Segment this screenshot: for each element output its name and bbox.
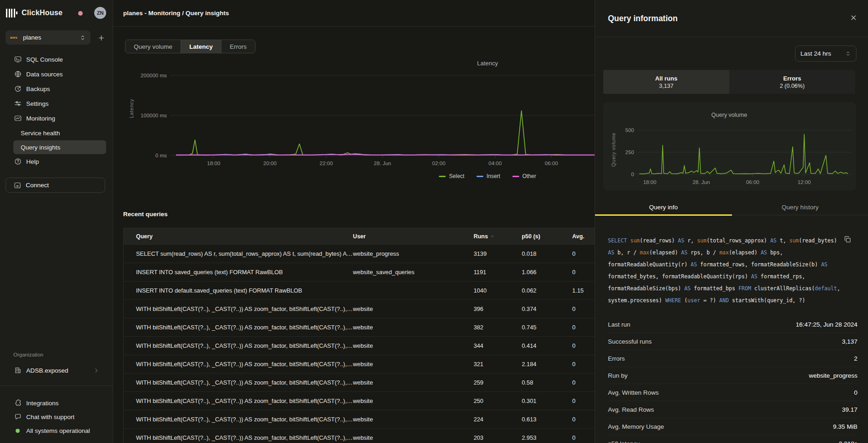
legend-item-other[interactable]: Other [512,173,536,179]
svg-text:20:00: 20:00 [263,161,277,166]
stat-row-errors: Errors2 [608,350,857,367]
organization-name: ADSB.exposed [26,367,68,374]
segment-errors[interactable]: Errors2 (0.06%) [729,70,855,94]
sidebar-item-label: Help [26,158,39,165]
stat-label: Successful runs [608,338,652,345]
sidebar-item-backups[interactable]: Backups [0,81,113,96]
monitoring-icon [14,115,22,122]
connect-button[interactable]: Connect [6,178,105,193]
table-row[interactable]: WITH bitShiftLeft(CAST(?..), _CAST(?..))… [124,318,595,336]
sidebar-footer-integrations[interactable]: Integrations [0,396,113,410]
main-content: planes - Monitoring / Query insights Que… [113,0,595,443]
organization-row[interactable]: ADSB.exposed [0,363,113,377]
query-cell: WITH bitShiftLeft(CAST(?..), _CAST(?..))… [124,305,353,312]
sidebar-footer-chat-with-support[interactable]: Chat with support [0,410,113,424]
segment-value: 3,137 [659,83,673,89]
panel-title: Query information [608,14,678,23]
column-header-query: Query [124,233,353,240]
tab-latency[interactable]: Latency [181,40,221,53]
table-header-row: QueryUserRunsp50 (s)Avg. [124,228,595,244]
svg-text:500: 500 [625,127,634,133]
sidebar-item-help[interactable]: Help [0,154,113,169]
table-row[interactable]: WITH bitShiftLeft(CAST(?..), _CAST(?..))… [124,391,595,410]
table-row[interactable]: SELECT sum(read_rows) AS r, sum(total_ro… [124,244,595,263]
p50-cell: 2.184 [522,361,572,368]
tab-query-info[interactable]: Query info [595,199,732,215]
sidebar-nav: SQL ConsoleData sourcesBackupsSettingsMo… [0,52,113,169]
chat-icon [14,413,22,420]
svg-text:02:00: 02:00 [432,161,446,166]
query-cell: SELECT sum(read_rows) AS r, sum(total_ro… [124,250,353,257]
sidebar-item-label: SQL Console [26,56,63,63]
sidebar-item-data-sources[interactable]: Data sources [0,67,113,81]
user-cell: website [353,397,474,404]
column-header-runs[interactable]: Runs [474,233,522,240]
stat-row-p50-latency: p50 latency0.018s [608,435,857,443]
svg-text:Latency: Latency [129,99,134,118]
runs-cell: 224 [474,416,522,423]
sidebar-item-service-health[interactable]: Service health [0,126,113,140]
table-row[interactable]: WITH bitShiftLeft(CAST(?..), _CAST(?..))… [124,410,595,428]
query-cell: WITH bitShiftLeft(CAST(?..), _CAST(?..))… [124,361,353,368]
legend-swatch [439,176,446,177]
runs-cell: 203 [474,434,522,441]
segment-all-runs[interactable]: All runs3,137 [603,70,729,94]
svg-text:22:00: 22:00 [320,161,333,166]
brand-row: ClickHouse [6,6,107,19]
tab-query-history[interactable]: Query history [732,199,868,215]
stat-row-avg-memory-usage: Avg. Memory Usage9.35 MiB [608,418,857,435]
chart-legend: SelectInsertOther [381,173,594,179]
svg-text:18:00: 18:00 [643,179,657,185]
avg-cell: 0 [572,342,595,349]
query-cell: WITH bitShiftLeft(CAST(?..), _CAST(?..))… [124,324,353,331]
table-row[interactable]: WITH bitShiftLeft(CAST(?..), _CAST(?..))… [124,299,595,318]
sql-code-line: SELECT sum(read_rows) AS r, sum(total_ro… [608,235,857,247]
table-row[interactable]: INSERT INTO default.saved_queries (text)… [124,281,595,299]
sidebar-footer-all-systems-operational[interactable]: All systems operational [0,424,113,437]
brand-name: ClickHouse [22,9,62,17]
add-service-button[interactable] [96,32,107,43]
legend-item-select[interactable]: Select [439,173,464,179]
p50-cell: 0.58 [522,379,572,386]
table-row[interactable]: WITH bitShiftLeft(CAST(?..), _CAST(?..))… [124,373,595,391]
table-row[interactable]: WITH bitShiftLeft(CAST(?..), _CAST(?..))… [124,428,595,443]
legend-swatch [512,176,519,177]
tab-errors[interactable]: Errors [221,40,255,53]
chevron-right-icon [93,368,99,374]
avatar[interactable]: ZN [94,7,106,19]
table-row[interactable]: WITH bitShiftLeft(CAST(?..), _CAST(?..))… [124,355,595,373]
p50-cell: 0.062 [522,287,572,294]
time-range-select[interactable]: Last 24 hrs [795,46,857,62]
sidebar-item-query-insights[interactable]: Query insights [13,140,106,154]
svg-text:18:00: 18:00 [207,161,221,166]
runs-cell: 259 [474,379,522,386]
table-row[interactable]: WITH bitShiftLeft(CAST(?..), _CAST(?..))… [124,336,595,355]
tab-query-volume[interactable]: Query volume [125,40,181,53]
legend-item-insert[interactable]: Insert [477,173,500,179]
stat-value: 16:47:25, Jun 28 2024 [796,321,857,328]
runs-errors-segments: All runs3,137Errors2 (0.06%) [603,70,855,94]
sidebar-item-sql-console[interactable]: SQL Console [0,52,113,67]
help-icon [14,158,22,165]
sql-console-icon [14,56,22,63]
sidebar-divider [0,385,113,386]
recent-queries-title: Recent queries [123,211,168,218]
sidebar-item-monitoring[interactable]: Monitoring [0,111,113,126]
runs-cell: 1191 [474,269,522,276]
main-header: planes - Monitoring / Query insights [113,0,595,27]
query-cell: WITH bitShiftLeft(CAST(?..), _CAST(?..))… [124,379,353,386]
table-row[interactable]: INSERT INTO saved_queries (text) FORMAT … [124,263,595,281]
copy-icon[interactable] [844,236,851,243]
svg-text:250: 250 [625,150,634,155]
query-cell: WITH bitShiftLeft(CAST(?..), _CAST(?..))… [124,342,353,349]
stat-value: 9.35 MiB [833,423,857,430]
close-icon[interactable] [849,13,858,22]
stat-value: 2 [854,355,857,362]
sql-code-line: AS b, r / max(elapsed) AS rps, b / max(e… [608,247,857,259]
project-selector[interactable]: aws planes [6,30,91,45]
sql-code-block: SELECT sum(read_rows) AS r, sum(total_ro… [608,235,857,306]
sidebar-item-settings[interactable]: Settings [0,96,113,111]
notification-dot-icon[interactable] [78,11,83,16]
stat-value: 39.17 [842,406,857,413]
sql-code-line: formatReadableSize(bps) AS formatted_bps… [608,282,857,294]
